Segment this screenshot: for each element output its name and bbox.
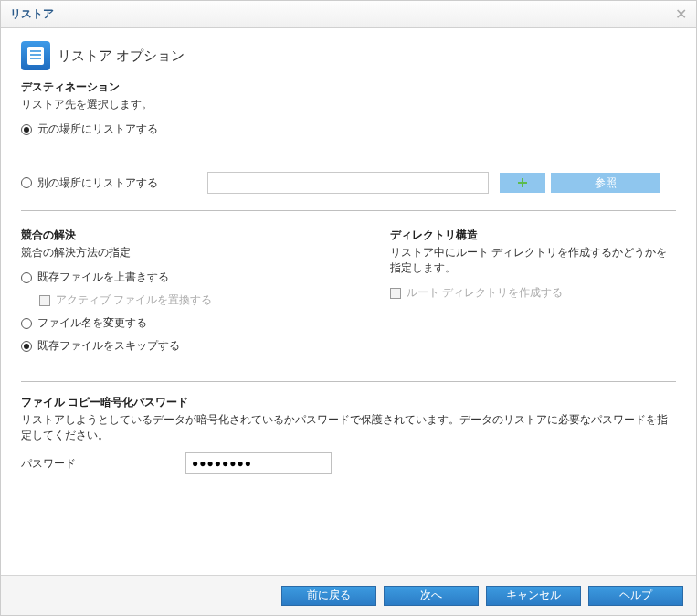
directory-desc: リストア中にルート ディレクトリを作成するかどうかを指定します。 (390, 245, 676, 276)
radio-icon (21, 177, 32, 188)
options-columns: 競合の解決 競合の解決方法の指定 既存ファイルを上書きする アクティブ ファイル… (21, 224, 676, 361)
password-heading: ファイル コピー暗号化パスワード (21, 395, 676, 410)
page-header: リストア オプション (21, 41, 676, 70)
divider (21, 381, 676, 382)
add-path-button[interactable] (500, 173, 545, 193)
dialog-title: リストア (10, 6, 54, 22)
conflict-section: 競合の解決 競合の解決方法の指定 既存ファイルを上書きする アクティブ ファイル… (21, 224, 368, 361)
dialog-content: リストア オプション デスティネーション リストア先を選択します。 元の場所にリ… (1, 28, 696, 575)
browse-button[interactable]: 参照 (551, 173, 660, 193)
close-icon[interactable]: ✕ (675, 7, 687, 22)
radio-overwrite[interactable]: 既存ファイルを上書きする (21, 270, 368, 285)
checkbox-label: アクティブ ファイルを置換する (56, 292, 212, 308)
checkbox-icon (390, 288, 401, 299)
radio-icon (21, 318, 32, 329)
radio-label: ファイル名を変更する (37, 315, 147, 331)
radio-label: 別の場所にリストアする (37, 175, 158, 191)
conflict-heading: 競合の解決 (21, 228, 368, 243)
destination-heading: デスティネーション (21, 80, 676, 95)
radio-restore-alternate[interactable]: 別の場所にリストアする (21, 175, 207, 191)
radio-label: 元の場所にリストアする (37, 122, 158, 137)
radio-skip[interactable]: 既存ファイルをスキップする (21, 338, 368, 354)
page-title: リストア オプション (58, 48, 185, 65)
radio-label: 既存ファイルをスキップする (37, 338, 180, 354)
password-section: ファイル コピー暗号化パスワード リストアしようとしているデータが暗号化されてい… (21, 395, 676, 474)
directory-heading: ディレクトリ構造 (390, 228, 676, 243)
dialog-footer: 前に戻る 次へ キャンセル ヘルプ (1, 575, 696, 615)
checkbox-icon (39, 295, 50, 306)
checkbox-create-root: ルート ディレクトリを作成する (390, 285, 676, 301)
svg-rect-1 (518, 182, 527, 184)
checkbox-label: ルート ディレクトリを作成する (407, 285, 563, 301)
password-row: パスワード (21, 452, 676, 474)
password-desc: リストアしようとしているデータが暗号化されているかパスワードで保護されています。… (21, 412, 676, 443)
destination-desc: リストア先を選択します。 (21, 97, 676, 112)
plus-icon (516, 176, 529, 189)
alternate-path-input[interactable] (207, 172, 489, 194)
next-button[interactable]: 次へ (384, 586, 479, 606)
radio-rename[interactable]: ファイル名を変更する (21, 315, 368, 331)
password-label: パスワード (21, 456, 185, 472)
radio-icon (21, 341, 32, 352)
radio-icon (21, 272, 32, 283)
help-button[interactable]: ヘルプ (588, 586, 683, 606)
conflict-desc: 競合の解決方法の指定 (21, 245, 368, 260)
cancel-button[interactable]: キャンセル (486, 586, 581, 606)
radio-label: 既存ファイルを上書きする (37, 270, 169, 285)
directory-section: ディレクトリ構造 リストア中にルート ディレクトリを作成するかどうかを指定します… (390, 224, 676, 361)
titlebar: リストア ✕ (1, 1, 696, 28)
alternate-destination-row: 別の場所にリストアする 参照 (21, 172, 676, 194)
radio-icon (21, 124, 32, 135)
password-input[interactable] (185, 452, 332, 474)
back-button[interactable]: 前に戻る (281, 586, 376, 606)
radio-restore-original[interactable]: 元の場所にリストアする (21, 122, 676, 137)
restore-options-icon (21, 41, 50, 70)
checkbox-replace-active: アクティブ ファイルを置換する (39, 292, 368, 308)
divider (21, 210, 676, 211)
destination-section: デスティネーション リストア先を選択します。 元の場所にリストアする 別の場所に… (21, 80, 676, 194)
